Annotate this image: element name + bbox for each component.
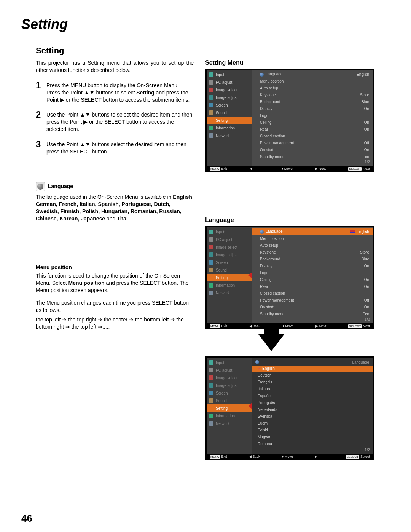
menu-icon <box>209 414 213 418</box>
right-column: Setting Menu InputPC adjustImage selectI… <box>205 59 374 460</box>
menu-icon <box>209 283 213 288</box>
menu-icon <box>209 126 213 130</box>
osd-footer: MENUExit ◀ ----- ♦ Move ▶ Next SELECTNex… <box>207 166 373 172</box>
osd-setting-row: Power managementOff <box>252 139 373 146</box>
step-text: Use the Point ▲▼ buttons to select the d… <box>46 110 194 133</box>
osd-side-item: Setting <box>207 404 252 412</box>
osd-language-option: Romana <box>252 441 373 448</box>
osd-footer: MENUExit ◀ Back ♦ Move ▶ ----- SELECTSel… <box>207 454 373 460</box>
osd-setting-row: Auto setup <box>252 242 373 249</box>
osd-language-option: Svenska <box>252 414 373 420</box>
osd-language-selected: InputPC adjustImage selectImage adjustSc… <box>205 226 374 329</box>
intro-text: This projector has a Setting menu that a… <box>36 59 194 74</box>
osd-side-item: Setting <box>207 117 252 124</box>
step-text: Use the Point ▲▼ buttons select the desi… <box>46 140 194 155</box>
language-caption: Language <box>205 217 374 224</box>
menu-icon <box>209 275 213 280</box>
osd-side-item: Screen <box>207 259 252 266</box>
menu-icon <box>209 88 213 92</box>
osd-side-item: Information <box>207 412 252 420</box>
osd-side-item: PC adjust <box>207 78 252 86</box>
osd-setting-row: Menu position <box>252 235 373 242</box>
osd-side-item: Image adjust <box>207 94 252 101</box>
osd-side-item: Sound <box>207 397 252 404</box>
osd-setting-row: RearOn <box>252 283 373 290</box>
menu-icon <box>209 252 213 257</box>
step-number: 1 <box>36 81 46 104</box>
osd-setting-row: BackgroundBlue <box>252 256 373 262</box>
osd-language-option: Suomi <box>252 420 373 427</box>
osd-side-item: Image select <box>207 243 252 251</box>
globe-icon <box>36 182 45 191</box>
osd-language-option: Español <box>252 393 373 400</box>
section-title: Setting <box>36 46 390 56</box>
osd-side-item: Setting <box>207 274 252 281</box>
osd-page-indicator: 1/2 <box>252 448 373 453</box>
osd-side-item: Image select <box>207 86 252 94</box>
osd-setting-row: KeystoneStore <box>252 91 373 98</box>
menu-position-p1: This function is used to change the posi… <box>36 272 194 294</box>
osd-setting-row: Power managementOff <box>252 297 373 304</box>
menu-icon <box>209 118 213 123</box>
menu-icon <box>209 291 213 295</box>
menu-icon <box>209 421 213 426</box>
menu-icon <box>209 368 213 372</box>
osd-language-option: Nederlands <box>252 407 373 414</box>
setting-menu-caption: Setting Menu <box>205 59 374 66</box>
step-number: 2 <box>36 110 46 133</box>
language-heading-text: Language <box>48 183 73 190</box>
osd-setting-row: KeystoneStore <box>252 249 373 256</box>
osd-setting-row: DisplayOn <box>252 262 373 269</box>
osd-side-item: Network <box>207 289 252 297</box>
osd-language-option: Português <box>252 400 373 407</box>
menu-icon <box>209 245 213 249</box>
osd-language-option: Italiano <box>252 386 373 393</box>
osd-language-list: InputPC adjustImage selectImage adjustSc… <box>205 356 374 460</box>
osd-language-option: Polski <box>252 427 373 434</box>
chapter-title: Setting <box>21 16 390 32</box>
osd-side-item: PC adjust <box>207 366 252 374</box>
osd-setting-row: LanguageEnglish <box>252 228 373 235</box>
osd-setting-menu: InputPC adjustImage selectImage adjustSc… <box>205 69 374 172</box>
menu-icon <box>209 72 213 77</box>
menu-icon <box>209 375 213 380</box>
page-number: 46 <box>21 513 32 524</box>
osd-side-item: Network <box>207 420 252 427</box>
menu-position-sequence: the top left ➔ the top right ➔ the cente… <box>36 316 194 331</box>
osd-setting-row: Closed caption <box>252 290 373 297</box>
menu-position-heading: Menu position <box>36 264 194 271</box>
menu-icon <box>209 360 213 365</box>
osd-setting-row: BackgroundBlue <box>252 98 373 105</box>
step-number: 3 <box>36 140 46 155</box>
osd-page-indicator: 1/2 <box>252 160 373 165</box>
osd-setting-row: LanguageEnglish <box>252 71 373 78</box>
step-text: Press the MENU button to display the On-… <box>46 81 194 104</box>
osd-setting-row: CeilingOn <box>252 119 373 126</box>
osd-footer: MENUExit ◀ Back ♦ Move ▶ Next SELECTNext <box>207 323 373 329</box>
osd-language-option: ✔English <box>252 366 373 372</box>
two-column-layout: This projector has a Setting menu that a… <box>21 59 390 460</box>
osd-side-item: Input <box>207 71 252 78</box>
osd-setting-row: On startOn <box>252 304 373 310</box>
osd-side-item: Image select <box>207 374 252 382</box>
osd-side-item: Screen <box>207 101 252 109</box>
step-3: 3 Use the Point ▲▼ buttons select the de… <box>36 140 194 155</box>
osd-setting-row: Auto setup <box>252 85 373 91</box>
arrow-down-icon <box>258 334 284 351</box>
menu-icon <box>209 103 213 107</box>
menu-icon <box>209 80 213 85</box>
language-heading: Language <box>36 182 194 191</box>
top-rule <box>21 13 390 13</box>
osd-setting-row: CeilingOn <box>252 276 373 283</box>
menu-icon <box>209 110 213 115</box>
osd-side-item: PC adjust <box>207 236 252 243</box>
osd-setting-row: Logo <box>252 112 373 119</box>
left-column: This projector has a Setting menu that a… <box>36 59 194 460</box>
step-1: 1 Press the MENU button to display the O… <box>36 81 194 104</box>
osd-side-item: Information <box>207 124 252 132</box>
osd-side-item: Network <box>207 132 252 139</box>
osd-page-indicator: 1/2 <box>252 317 373 322</box>
menu-icon <box>209 133 213 138</box>
menu-icon <box>209 383 213 388</box>
osd-setting-row: Standby modeEco <box>252 310 373 317</box>
